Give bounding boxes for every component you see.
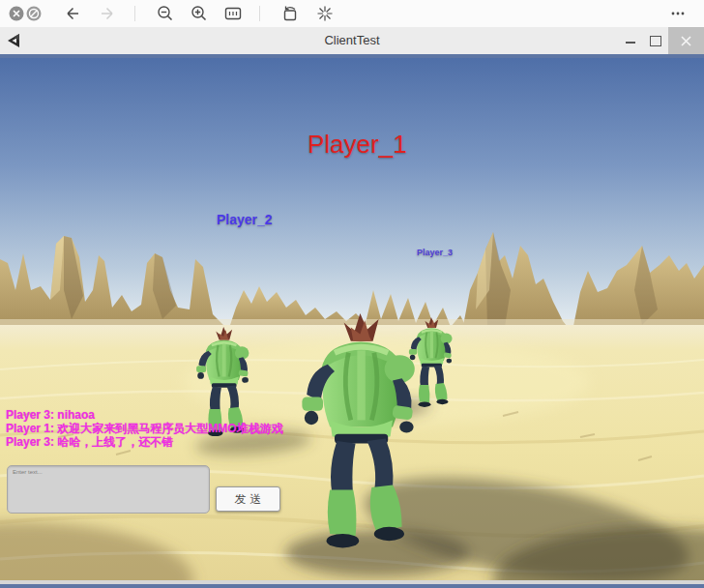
toolbar-divider <box>134 6 135 21</box>
forward-arrow-icon[interactable] <box>99 5 116 22</box>
screenshot-root: ClientTest <box>0 0 704 588</box>
fit-view-icon[interactable] <box>224 5 242 22</box>
close-icon <box>681 36 691 46</box>
window-title: ClientTest <box>0 27 704 54</box>
minimize-icon <box>626 42 635 44</box>
chat-log: Player 3: nihaoa Player 1: 欢迎大家来到黑马程序员大型… <box>6 408 283 449</box>
chat-message: Player 3: nihaoa <box>6 408 283 422</box>
block-dot-icon[interactable] <box>25 5 43 22</box>
more-options-icon[interactable] <box>669 5 687 22</box>
chat-input[interactable] <box>7 465 210 514</box>
zoom-in-icon[interactable] <box>191 5 208 22</box>
close-dot-icon[interactable] <box>8 5 25 22</box>
send-button[interactable]: 发送 <box>216 486 280 512</box>
maximize-icon <box>650 36 661 46</box>
viewer-toolbar <box>0 0 704 28</box>
toolbar-divider <box>259 6 260 21</box>
maximize-button[interactable] <box>644 27 667 54</box>
rotate-icon[interactable] <box>281 5 299 22</box>
chat-message: Player 1: 欢迎大家来到黑马程序员大型MMO堆栈游戏 <box>6 422 283 435</box>
effects-wand-icon[interactable] <box>316 5 334 22</box>
zoom-out-icon[interactable] <box>157 5 174 22</box>
player-3-label: Player_3 <box>417 248 453 257</box>
chat-message: Player 3: 哈哈，上线了，还不错 <box>6 435 283 449</box>
minimize-button[interactable] <box>619 27 642 54</box>
back-arrow-icon[interactable] <box>64 5 81 22</box>
bottom-border-accent <box>0 584 704 588</box>
player-1-label: Player_1 <box>308 130 407 160</box>
title-bar: ClientTest <box>0 27 704 54</box>
close-button[interactable] <box>668 27 704 54</box>
player-2-label: Player_2 <box>217 212 273 227</box>
